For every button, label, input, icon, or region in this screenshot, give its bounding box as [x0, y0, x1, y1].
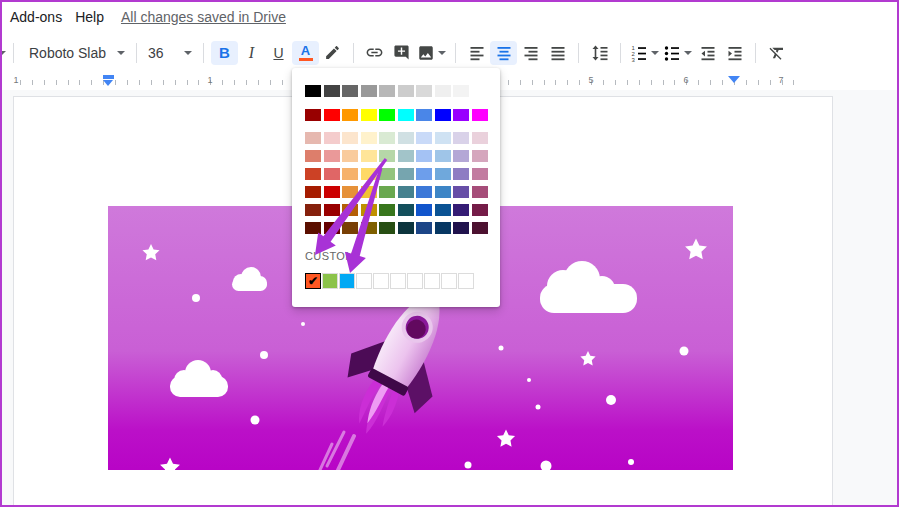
color-swatch[interactable] — [398, 85, 414, 97]
color-swatch[interactable] — [324, 222, 340, 234]
color-swatch[interactable] — [305, 150, 321, 162]
color-swatch[interactable] — [472, 109, 488, 121]
italic-button[interactable]: I — [238, 41, 265, 65]
color-swatch[interactable] — [435, 85, 451, 97]
color-swatch[interactable] — [472, 204, 488, 216]
color-swatch[interactable] — [324, 109, 340, 121]
align-left-button[interactable] — [463, 41, 490, 65]
color-swatch[interactable] — [472, 150, 488, 162]
color-swatch[interactable] — [472, 186, 488, 198]
color-swatch[interactable] — [342, 186, 358, 198]
color-swatch[interactable] — [416, 222, 432, 234]
color-swatch[interactable] — [398, 150, 414, 162]
numbered-list-button[interactable]: 123 — [628, 44, 661, 62]
custom-color-empty-slot[interactable] — [441, 273, 457, 289]
bulleted-list-button[interactable] — [661, 44, 694, 62]
color-swatch[interactable] — [435, 132, 451, 144]
color-swatch[interactable] — [453, 204, 469, 216]
color-swatch[interactable] — [324, 168, 340, 180]
color-swatch[interactable] — [453, 132, 469, 144]
color-swatch[interactable] — [453, 168, 469, 180]
color-swatch[interactable] — [398, 109, 414, 121]
font-size-select[interactable]: 36 — [144, 40, 196, 66]
align-right-button[interactable] — [517, 41, 544, 65]
custom-color-swatch[interactable]: ✔ — [305, 273, 321, 289]
color-swatch[interactable] — [416, 85, 432, 97]
color-swatch[interactable] — [453, 109, 469, 121]
color-swatch[interactable] — [361, 186, 377, 198]
color-swatch[interactable] — [472, 132, 488, 144]
save-status-link[interactable]: All changes saved in Drive — [121, 9, 286, 25]
color-swatch[interactable] — [416, 204, 432, 216]
increase-indent-button[interactable] — [721, 41, 748, 65]
custom-color-swatch[interactable] — [339, 273, 355, 289]
color-swatch[interactable] — [379, 168, 395, 180]
custom-color-empty-slot[interactable] — [458, 273, 474, 289]
color-swatch[interactable] — [379, 85, 395, 97]
color-swatch[interactable] — [379, 186, 395, 198]
clear-formatting-button[interactable] — [763, 41, 790, 65]
line-spacing-button[interactable] — [586, 41, 613, 65]
color-swatch[interactable] — [398, 186, 414, 198]
color-swatch[interactable] — [472, 168, 488, 180]
color-swatch[interactable] — [435, 168, 451, 180]
color-swatch[interactable] — [305, 204, 321, 216]
color-swatch[interactable] — [453, 222, 469, 234]
font-family-select[interactable]: Roboto Slab — [25, 40, 129, 66]
color-swatch[interactable] — [379, 204, 395, 216]
justify-button[interactable] — [544, 41, 571, 65]
color-swatch[interactable] — [342, 85, 358, 97]
color-swatch[interactable] — [305, 109, 321, 121]
color-swatch[interactable] — [305, 186, 321, 198]
color-swatch[interactable] — [324, 132, 340, 144]
color-swatch[interactable] — [361, 168, 377, 180]
color-swatch[interactable] — [361, 109, 377, 121]
color-swatch[interactable] — [324, 204, 340, 216]
right-indent-marker[interactable] — [728, 76, 740, 83]
color-swatch[interactable] — [361, 85, 377, 97]
color-swatch[interactable] — [342, 204, 358, 216]
color-swatch[interactable] — [398, 168, 414, 180]
color-swatch[interactable] — [453, 186, 469, 198]
left-indent-marker[interactable] — [103, 80, 113, 86]
color-swatch[interactable] — [398, 204, 414, 216]
custom-color-empty-slot[interactable] — [373, 273, 389, 289]
color-swatch[interactable] — [342, 150, 358, 162]
custom-color-swatch[interactable] — [322, 273, 338, 289]
first-line-indent-marker[interactable] — [103, 75, 114, 79]
color-swatch[interactable] — [379, 222, 395, 234]
color-swatch[interactable] — [324, 186, 340, 198]
highlight-color-button[interactable] — [319, 41, 346, 65]
color-swatch[interactable] — [472, 85, 488, 97]
text-color-button[interactable]: A — [292, 41, 319, 65]
color-swatch[interactable] — [361, 222, 377, 234]
color-swatch[interactable] — [305, 222, 321, 234]
bold-button[interactable]: B — [211, 41, 238, 65]
color-swatch[interactable] — [435, 222, 451, 234]
color-swatch[interactable] — [435, 150, 451, 162]
color-swatch[interactable] — [435, 186, 451, 198]
custom-color-empty-slot[interactable] — [356, 273, 372, 289]
color-swatch[interactable] — [435, 204, 451, 216]
color-swatch[interactable] — [305, 132, 321, 144]
color-swatch[interactable] — [361, 150, 377, 162]
custom-color-empty-slot[interactable] — [424, 273, 440, 289]
custom-color-empty-slot[interactable] — [390, 273, 406, 289]
color-swatch[interactable] — [398, 222, 414, 234]
color-swatch[interactable] — [416, 150, 432, 162]
color-swatch[interactable] — [324, 150, 340, 162]
color-swatch[interactable] — [416, 132, 432, 144]
color-swatch[interactable] — [472, 222, 488, 234]
color-swatch[interactable] — [416, 168, 432, 180]
color-swatch[interactable] — [453, 85, 469, 97]
insert-image-button[interactable] — [415, 44, 448, 62]
color-swatch[interactable] — [361, 204, 377, 216]
color-swatch[interactable] — [416, 186, 432, 198]
color-swatch[interactable] — [453, 150, 469, 162]
add-comment-button[interactable] — [388, 41, 415, 65]
color-swatch[interactable] — [342, 109, 358, 121]
color-swatch[interactable] — [305, 168, 321, 180]
custom-color-empty-slot[interactable] — [407, 273, 423, 289]
color-swatch[interactable] — [342, 222, 358, 234]
decrease-indent-button[interactable] — [694, 41, 721, 65]
